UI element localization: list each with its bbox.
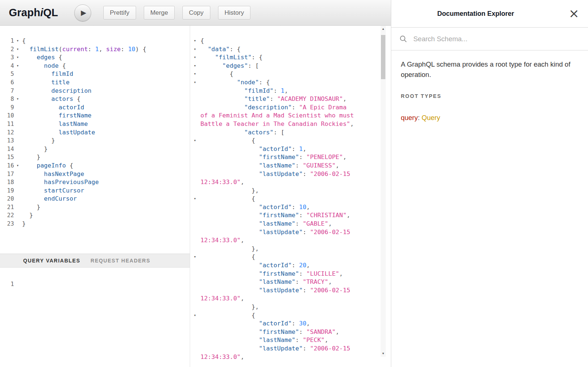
code-line: 10 firstName	[0, 112, 190, 120]
code-line: "firstName": "CHRISTIAN",	[190, 211, 391, 220]
code-text: 12:34:33.0",	[200, 236, 244, 245]
code-line: of a Feminist And a Mad Scientist who mu…	[190, 112, 391, 120]
fold-toggle-icon[interactable]: ▾	[190, 253, 200, 261]
line-number: 10	[0, 112, 14, 120]
fold-toggle-icon[interactable]: ▾	[190, 311, 200, 320]
fold-toggle-icon[interactable]: ▾	[190, 37, 200, 45]
prettify-button[interactable]: Prettify	[103, 6, 136, 20]
fold-gutter-spacer	[14, 145, 21, 153]
query-editor[interactable]: 1▾{2▾ filmList(current: 1, size: 10) {3▾…	[0, 26, 190, 254]
line-number: 1	[0, 280, 14, 289]
code-text: {	[200, 70, 233, 78]
code-text: }	[21, 137, 55, 145]
code-text: node {	[21, 62, 66, 70]
code-text: },	[200, 245, 259, 253]
line-number: 4	[0, 62, 14, 70]
fold-toggle-icon[interactable]: ▾	[14, 45, 21, 54]
code-text: 12:34:33.0",	[200, 178, 244, 187]
code-line: 5 filmId	[0, 70, 190, 78]
tab-request-headers[interactable]: REQUEST HEADERS	[90, 258, 150, 264]
code-line: "actorId": 20,	[190, 261, 391, 270]
code-text: {	[200, 137, 255, 145]
fold-gutter-spacer	[190, 153, 200, 162]
fold-toggle-icon[interactable]: ▾	[190, 53, 200, 62]
code-line: 2▾ filmList(current: 1, size: 10) {	[0, 45, 190, 54]
code-line: 4▾ node {	[0, 62, 190, 70]
fold-gutter-spacer	[14, 70, 21, 78]
code-line: ▾{	[190, 37, 391, 45]
code-line: 17 hasNextPage	[0, 170, 190, 179]
scroll-up-icon[interactable]: ▲	[381, 26, 386, 32]
code-line: ▾ {	[190, 70, 391, 78]
code-text: 12:34:33.0",	[200, 353, 244, 361]
line-number: 3	[0, 53, 14, 62]
fold-gutter-spacer	[14, 120, 21, 128]
fold-toggle-icon[interactable]: ▾	[14, 62, 21, 70]
fold-gutter-spacer	[190, 112, 200, 120]
fold-toggle-icon[interactable]: ▾	[190, 62, 200, 70]
fold-gutter-spacer	[190, 286, 200, 295]
code-line: 22 }	[0, 211, 190, 220]
code-text: actors {	[21, 95, 81, 103]
code-text: "lastUpdate": "2006-02-15	[200, 286, 350, 295]
fold-toggle-icon[interactable]: ▾	[14, 95, 21, 103]
fold-toggle-icon[interactable]: ▾	[14, 162, 21, 170]
code-line: ▾ {	[190, 137, 391, 145]
root-type-link[interactable]: Query	[422, 114, 440, 121]
code-text: "firstName": "SANDRA",	[200, 328, 339, 336]
fold-gutter-spacer	[190, 95, 200, 103]
code-line: "lastName": "PECK",	[190, 336, 391, 345]
tab-query-variables[interactable]: QUERY VARIABLES	[23, 258, 80, 264]
code-line: 18 hasPreviousPage	[0, 178, 190, 187]
code-text: {	[200, 195, 255, 203]
code-text: "firstName": "CHRISTIAN",	[200, 211, 350, 220]
code-text: "lastName": "TRACY",	[200, 278, 332, 286]
merge-button[interactable]: Merge	[144, 6, 175, 20]
close-icon[interactable]: ×	[569, 5, 580, 21]
play-icon: ▶	[79, 9, 86, 16]
line-number: 18	[0, 178, 14, 187]
scrollbar-thumb[interactable]	[381, 35, 385, 79]
line-number: 2	[0, 45, 14, 54]
code-text: edges {	[21, 53, 62, 62]
code-text: "firstName": "PENELOPE",	[200, 153, 346, 162]
logo-text: QL	[43, 7, 58, 18]
fold-toggle-icon[interactable]: ▾	[190, 78, 200, 87]
code-text: },	[200, 303, 259, 311]
fold-toggle-icon[interactable]: ▾	[190, 137, 200, 145]
search-icon	[399, 35, 407, 43]
code-text: "actorId": 1,	[200, 145, 306, 153]
fold-toggle-icon[interactable]: ▾	[14, 37, 21, 45]
line-number: 20	[0, 195, 14, 203]
code-text: {	[200, 253, 255, 261]
line-number: 17	[0, 170, 14, 179]
search-schema-input[interactable]	[413, 35, 580, 43]
fold-gutter-spacer	[190, 211, 200, 220]
code-text: filmId	[21, 70, 73, 78]
execute-query-button[interactable]: ▶	[74, 4, 91, 21]
code-text: hasPreviousPage	[21, 178, 99, 187]
code-line: "actorId": 30,	[190, 320, 391, 328]
code-text: of a Feminist And a Mad Scientist who mu…	[200, 112, 354, 120]
copy-button[interactable]: Copy	[182, 6, 210, 20]
fold-toggle-icon[interactable]: ▾	[190, 195, 200, 203]
code-line: 12:34:33.0",	[190, 178, 391, 187]
query-variables-editor[interactable]: 1	[0, 268, 190, 367]
fold-gutter-spacer	[14, 203, 21, 212]
response-scrollbar[interactable]: ▲ ▼	[381, 26, 386, 357]
response-viewer: ▾{▾ "data": {▾ "filmList": {▾ "edges": […	[190, 37, 391, 361]
fold-gutter-spacer	[190, 236, 200, 245]
fold-toggle-icon[interactable]: ▾	[190, 45, 200, 54]
scroll-down-icon[interactable]: ▼	[381, 350, 386, 357]
docs-search-bar	[391, 28, 588, 50]
fold-gutter-spacer	[190, 187, 200, 195]
fold-gutter-spacer	[14, 280, 21, 289]
code-text: },	[200, 187, 259, 195]
code-text: pageInfo {	[21, 162, 73, 170]
code-text: lastName	[21, 120, 88, 128]
history-button[interactable]: History	[218, 6, 251, 20]
code-text: firstName	[21, 112, 92, 120]
fold-gutter-spacer	[190, 87, 200, 95]
fold-toggle-icon[interactable]: ▾	[14, 53, 21, 62]
fold-toggle-icon[interactable]: ▾	[190, 70, 200, 78]
